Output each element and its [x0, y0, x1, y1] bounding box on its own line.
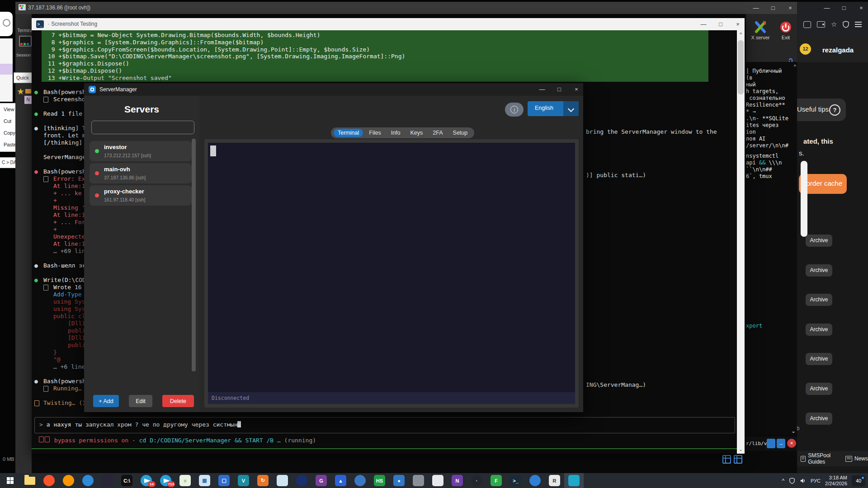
archive-button[interactable]: Archive	[806, 324, 832, 336]
taskbar-app-telegram-2[interactable]: 713	[156, 473, 175, 488]
dropdown-chevron[interactable]	[563, 101, 579, 116]
favorites-star-icon[interactable]: ★	[17, 86, 24, 97]
mobaxterm-titlebar[interactable]: 37.187.136.86 ([root ovh]) — □ ×	[15, 2, 797, 14]
taskbar-app-white-app[interactable]	[428, 473, 448, 488]
taskbar-app-g-purple[interactable]: G	[311, 473, 331, 488]
close-icon[interactable]: ×	[573, 86, 580, 93]
xserver-button[interactable]: X server	[749, 20, 772, 40]
tab-files[interactable]: Files	[365, 129, 385, 137]
clock[interactable]: 3:18 AM 2/24/2026	[825, 475, 847, 487]
mobaxterm-terminal-column[interactable]: ^ | Публичный(вныйh targets, сознательно…	[745, 62, 797, 435]
maximize-icon[interactable]: □	[717, 21, 724, 28]
taskbar-app-f-green[interactable]: F	[486, 473, 506, 488]
tab-terminal[interactable]: Terminal	[334, 129, 363, 137]
browser-titlebar[interactable]: — □ ×	[797, 2, 868, 14]
tab-info[interactable]: Info	[387, 129, 405, 137]
taskbar-app-thunderbird[interactable]	[78, 473, 98, 488]
tab-keys[interactable]: Keys	[406, 129, 427, 137]
server-search-input[interactable]	[91, 121, 194, 134]
scrollbar[interactable]: ^ ⌄	[737, 30, 745, 454]
statusbar-button-1[interactable]	[767, 439, 775, 448]
archive-button[interactable]: Archive	[806, 353, 832, 365]
statusbar-close-button[interactable]: ×	[787, 439, 796, 448]
taskbar-app-file-explorer[interactable]	[20, 473, 39, 488]
useful-tips-button[interactable]: Useful tips ?	[797, 99, 846, 121]
scroll-down-icon[interactable]: ⌄	[791, 428, 796, 434]
close-icon[interactable]: ×	[735, 21, 741, 28]
taskbar-app-hs-green[interactable]: HS	[370, 473, 389, 488]
server-list-item[interactable]: investor173.212.212.157 [ssh]	[90, 141, 192, 161]
add-server-button[interactable]: + Add	[93, 395, 119, 407]
exit-button[interactable]: Exit	[777, 20, 795, 40]
menu-terminal[interactable]: Termina	[17, 28, 33, 33]
news-link[interactable]: News	[845, 455, 868, 462]
start-button[interactable]	[0, 473, 20, 488]
taskbar-app-dark-app[interactable]	[98, 473, 117, 488]
grid-icon[interactable]	[734, 455, 742, 464]
taskbar-app-calculator[interactable]: ▦	[195, 473, 214, 488]
delete-server-button[interactable]: Delete	[162, 395, 194, 407]
grid-icon[interactable]	[722, 455, 731, 464]
scroll-up-icon[interactable]: ^	[737, 32, 745, 37]
security-shield-icon[interactable]	[789, 478, 795, 484]
maximize-icon[interactable]: □	[770, 5, 776, 11]
ssh-terminal[interactable]: Disconnected	[208, 143, 575, 404]
archive-button[interactable]: Archive	[806, 235, 832, 247]
language-indicator[interactable]: РУС	[811, 478, 821, 483]
edit-server-button[interactable]: Edit	[129, 395, 152, 407]
tab-setup[interactable]: Setup	[449, 129, 472, 137]
taskbar-app-ghost-dark[interactable]: ·	[467, 473, 486, 488]
servermanager-titlebar[interactable]: ServerManager — □ ×	[84, 83, 583, 96]
info-button[interactable]: i	[505, 103, 524, 117]
taskbar-app-powershell[interactable]: >_	[506, 473, 525, 488]
scroll-up-icon[interactable]: ^	[794, 64, 796, 69]
taskbar-app-blue-window[interactable]: ▢	[214, 473, 234, 488]
wallet-icon[interactable]	[817, 21, 825, 28]
tab-icon[interactable]	[803, 21, 811, 28]
minimize-icon[interactable]: —	[824, 5, 830, 11]
shield-icon[interactable]	[843, 21, 849, 28]
maximize-icon[interactable]: □	[841, 5, 847, 11]
taskbar-app-telegram[interactable]: 14	[137, 473, 156, 488]
statusbar-button-arrow[interactable]: →	[777, 439, 785, 448]
tab-2fa[interactable]: 2FA	[429, 129, 447, 137]
taskbar-app-cmd[interactable]: C:\	[117, 473, 137, 488]
window-titlebar[interactable]: >_ · Screenshot Testing — □ ×	[32, 18, 745, 30]
taskbar-app-camera-blue[interactable]: ●	[389, 473, 409, 488]
server-list-item[interactable]: main-ovh37.187.136.86 [ssh]	[90, 163, 192, 183]
prompt-input[interactable]: >а нахуя ты запускал хром ? че по другом…	[34, 417, 735, 433]
taskbar-app-r-doc[interactable]: R	[545, 473, 564, 488]
taskbar-app-photos[interactable]: ▲	[331, 473, 350, 488]
speaker-icon[interactable]	[800, 478, 806, 484]
taskbar-app-notes[interactable]: ≡	[175, 473, 195, 488]
archive-button[interactable]: Archive	[806, 413, 832, 425]
menu-hamburger-icon[interactable]	[855, 22, 862, 27]
close-icon[interactable]: ×	[858, 5, 864, 11]
tray-chevron-up-icon[interactable]: ^	[782, 478, 784, 484]
bookmark-star-icon[interactable]: ☆	[831, 20, 837, 28]
server-list-scrollbar[interactable]	[192, 139, 196, 371]
archive-button[interactable]: Archive	[806, 264, 832, 277]
taskbar-app-glass-pane[interactable]	[273, 473, 292, 488]
taskbar-app-brave[interactable]	[39, 473, 59, 488]
scroll-down-icon[interactable]: ⌄	[737, 447, 745, 452]
scroll-strip[interactable]	[801, 161, 807, 237]
minimize-icon[interactable]: —	[700, 21, 707, 28]
chat-header[interactable]: 12 rezalgada	[797, 35, 868, 62]
close-icon[interactable]: ×	[787, 5, 793, 11]
scrollbar-thumb[interactable]	[738, 40, 744, 94]
taskbar-app-notepad-purple[interactable]: N	[448, 473, 467, 488]
taskbar-app-chat-blue[interactable]	[525, 473, 545, 488]
server-list-item[interactable]: proxy-checker161.97.118.40 [ssh]	[90, 185, 192, 206]
archive-button[interactable]: Archive	[806, 294, 832, 306]
minimize-icon[interactable]: —	[753, 5, 759, 11]
language-dropdown[interactable]: English	[528, 101, 579, 116]
taskbar-app-teal-app[interactable]: V	[234, 473, 253, 488]
archive-button[interactable]: Archive	[806, 383, 832, 395]
maximize-icon[interactable]: □	[556, 86, 562, 93]
taskbar-app-gray-app[interactable]	[409, 473, 428, 488]
session-icon[interactable]	[19, 36, 32, 47]
taskbar-app-swirl-db[interactable]	[292, 473, 311, 488]
folder-icon[interactable]	[25, 89, 31, 94]
taskbar-app-teal-active[interactable]	[564, 473, 584, 488]
